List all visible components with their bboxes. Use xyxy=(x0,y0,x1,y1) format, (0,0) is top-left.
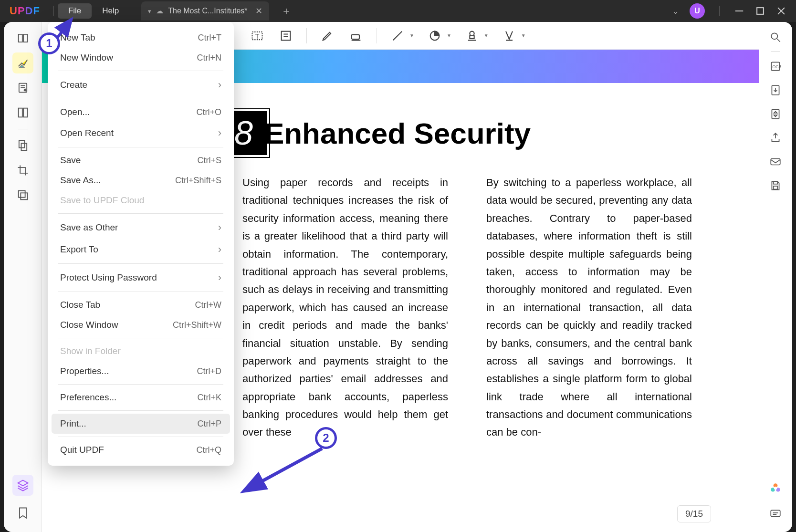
svg-line-48 xyxy=(246,449,322,490)
signature-icon[interactable] xyxy=(501,28,517,44)
eraser-icon[interactable] xyxy=(348,28,364,44)
cloud-icon: ☁ xyxy=(156,7,163,15)
menu-protect-password[interactable]: Protect Using Password xyxy=(52,267,230,289)
highlighter-tool-icon[interactable] xyxy=(12,52,33,73)
pin-icon: ▾ xyxy=(148,8,151,15)
app-logo: UPDF xyxy=(10,5,40,17)
comments-panel-icon[interactable] xyxy=(766,504,785,523)
shape-icon[interactable] xyxy=(427,28,443,44)
svg-rect-10 xyxy=(21,143,27,150)
annotation-step-1: 1 xyxy=(38,32,60,54)
menu-save[interactable]: SaveCtrl+S xyxy=(52,150,230,170)
column-right: By switching to a paperless workplace, a… xyxy=(486,174,692,441)
annotation-arrow-2 xyxy=(239,446,329,499)
svg-point-30 xyxy=(470,31,474,35)
share-icon[interactable] xyxy=(766,128,785,147)
menu-save-cloud: Save to UPDF Cloud xyxy=(52,190,230,210)
svg-rect-11 xyxy=(18,191,25,198)
svg-rect-23 xyxy=(282,31,291,40)
svg-rect-38 xyxy=(774,181,778,184)
svg-text:T: T xyxy=(255,31,259,40)
chevron-down-icon[interactable]: ⌄ xyxy=(672,6,679,16)
menu-export-to[interactable]: Export To xyxy=(52,239,230,261)
window-minimize-button[interactable] xyxy=(734,6,744,16)
tab-close-icon[interactable]: ✕ xyxy=(255,6,262,16)
right-sidebar: OCR xyxy=(759,22,792,532)
bookmark-icon[interactable] xyxy=(12,502,33,523)
tab-title: The Most C...Institutes* xyxy=(168,7,247,15)
menu-open-recent[interactable]: Open Recent xyxy=(52,122,230,144)
section-heading: 08 Enhanced Security xyxy=(199,109,759,157)
line-shape-icon[interactable] xyxy=(389,28,406,44)
email-icon[interactable] xyxy=(766,152,785,171)
column-left: Using paper records and receipts in trad… xyxy=(242,174,448,441)
organize-tool-icon[interactable] xyxy=(12,135,33,156)
batch-tool-icon[interactable] xyxy=(12,185,33,206)
menu-open[interactable]: Open...Ctrl+O xyxy=(52,102,230,122)
svg-point-31 xyxy=(771,33,777,39)
ai-assistant-icon[interactable] xyxy=(766,479,785,498)
menu-show-folder: Show in Folder xyxy=(52,341,230,361)
user-avatar[interactable]: U xyxy=(690,3,705,19)
svg-text:OCR: OCR xyxy=(773,64,782,69)
svg-rect-39 xyxy=(774,186,778,189)
menu-create[interactable]: Create xyxy=(52,74,230,96)
menu-save-other[interactable]: Save as Other xyxy=(52,217,230,239)
menu-help[interactable]: Help xyxy=(92,3,129,19)
titlebar: UPDF File Help ▾ ☁ The Most C...Institut… xyxy=(0,0,796,22)
reader-tool-icon[interactable] xyxy=(12,28,33,49)
file-menu-dropdown: New TabCtrl+T New WindowCtrl+N Create Op… xyxy=(48,22,234,466)
edit-tool-icon[interactable] xyxy=(12,77,33,98)
svg-rect-1 xyxy=(757,8,764,14)
svg-line-32 xyxy=(777,39,780,42)
page-indicator: 9/15 xyxy=(677,505,711,522)
window-close-button[interactable] xyxy=(776,6,786,16)
svg-rect-36 xyxy=(772,109,779,119)
save-disc-icon[interactable] xyxy=(766,176,785,195)
svg-rect-26 xyxy=(352,34,359,39)
svg-point-43 xyxy=(774,487,777,490)
stamp-icon[interactable] xyxy=(464,28,480,44)
compress-icon[interactable] xyxy=(766,104,785,124)
window-maximize-button[interactable] xyxy=(755,6,765,16)
left-sidebar xyxy=(4,22,42,532)
annotation-step-2: 2 xyxy=(315,427,337,449)
layers-icon[interactable] xyxy=(12,475,33,496)
svg-rect-9 xyxy=(19,141,24,148)
pages-tool-icon[interactable] xyxy=(12,102,33,123)
pencil-icon[interactable] xyxy=(319,28,335,44)
ocr-icon[interactable]: OCR xyxy=(766,57,785,76)
menu-close-tab[interactable]: Close TabCtrl+W xyxy=(52,295,230,315)
menu-save-as[interactable]: Save As...Ctrl+Shift+S xyxy=(52,170,230,190)
textbox-icon[interactable]: T xyxy=(249,28,265,44)
svg-rect-12 xyxy=(21,193,27,199)
convert-icon[interactable] xyxy=(766,81,785,100)
heading-text: Enhanced Security xyxy=(264,116,531,150)
menu-close-window[interactable]: Close WindowCtrl+Shift+W xyxy=(52,315,230,335)
divider xyxy=(719,6,720,16)
crop-tool-icon[interactable] xyxy=(12,160,33,181)
menu-properties[interactable]: Properties...Ctrl+D xyxy=(52,361,230,381)
svg-line-28 xyxy=(393,31,402,40)
menu-print[interactable]: Print...Ctrl+P xyxy=(52,414,230,434)
svg-rect-8 xyxy=(23,108,27,117)
svg-rect-44 xyxy=(771,510,780,516)
svg-rect-37 xyxy=(771,159,780,165)
menu-quit[interactable]: Quit UPDFCtrl+Q xyxy=(52,440,230,460)
menu-preferences[interactable]: Preferences...Ctrl+K xyxy=(52,387,230,407)
new-tab-button[interactable]: ＋ xyxy=(281,4,292,18)
svg-line-47 xyxy=(57,19,72,38)
note-icon[interactable] xyxy=(278,28,294,44)
svg-rect-7 xyxy=(18,108,22,117)
menu-new-window[interactable]: New WindowCtrl+N xyxy=(52,48,230,68)
divider xyxy=(53,6,54,16)
search-icon[interactable] xyxy=(766,28,785,47)
document-tab[interactable]: ▾ ☁ The Most C...Institutes* ✕ xyxy=(141,1,269,21)
